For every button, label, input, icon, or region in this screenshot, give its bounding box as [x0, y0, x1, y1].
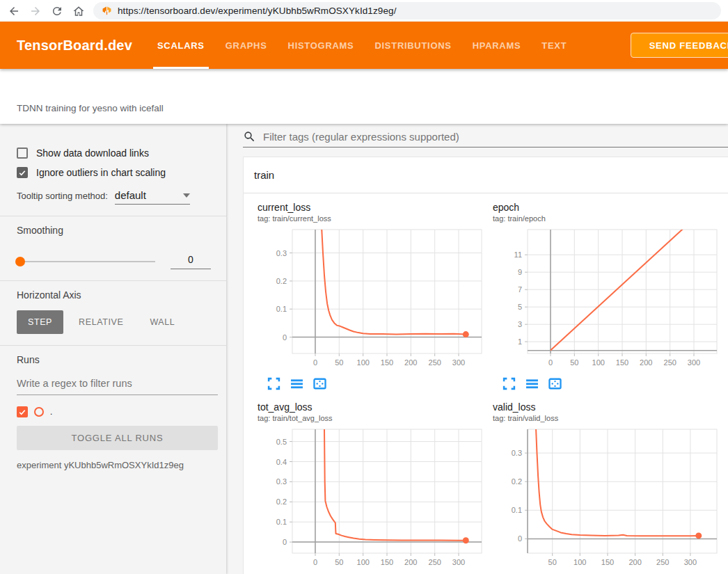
ignore-outliers-checkbox-row[interactable]: Ignore outliers in chart scaling: [17, 167, 218, 178]
tab-histograms[interactable]: HISTOGRAMS: [284, 22, 358, 69]
svg-text:0: 0: [313, 358, 317, 367]
run-checkbox-icon[interactable]: [17, 406, 28, 417]
chart-tag: tag: train/valid_loss: [493, 414, 718, 422]
send-feedback-button[interactable]: SEND FEEDBACK: [631, 33, 728, 58]
show-download-links-checkbox-row[interactable]: Show data download links: [17, 148, 218, 159]
runs-section: Runs . TOGGLE ALL RUNS experiment yKUbhb…: [0, 345, 226, 481]
run-color-swatch-icon: [34, 407, 44, 417]
tag-filter-input[interactable]: [263, 131, 728, 143]
checkbox-label: Ignore outliers in chart scaling: [36, 167, 166, 178]
smoothing-section: Smoothing 0: [0, 216, 226, 280]
svg-text:0.5: 0.5: [276, 438, 287, 446]
svg-text:150: 150: [616, 358, 628, 367]
fullscreen-icon[interactable]: [267, 377, 280, 390]
toggle-all-runs-button[interactable]: TOGGLE ALL RUNS: [17, 426, 218, 450]
svg-text:0.1: 0.1: [512, 506, 522, 514]
svg-text:250: 250: [429, 558, 441, 566]
chart-plot-area[interactable]: 05010015020025030000.10.20.30.40.5: [258, 427, 491, 574]
tab-scalars[interactable]: SCALARS: [153, 22, 209, 69]
chart-title: current_loss: [258, 202, 483, 213]
svg-text:0: 0: [313, 558, 317, 566]
tooltip-sorting-select[interactable]: default: [115, 189, 190, 205]
svg-text:300: 300: [452, 358, 465, 367]
smoothing-slider[interactable]: [17, 261, 155, 262]
general-settings-section: Show data download links Ignore outliers…: [0, 134, 226, 216]
fullscreen-icon[interactable]: [503, 377, 516, 390]
svg-text:300: 300: [452, 558, 465, 566]
chart-actions: [267, 377, 483, 390]
svg-text:0: 0: [518, 534, 522, 543]
svg-text:150: 150: [601, 558, 614, 566]
chart-plot-area[interactable]: 0501001502002503001357911: [493, 228, 727, 375]
tensorboard-favicon-icon: [102, 6, 112, 16]
svg-text:0.2: 0.2: [512, 477, 522, 486]
checkbox-checked-icon[interactable]: [17, 167, 28, 178]
svg-text:50: 50: [335, 358, 343, 367]
run-row[interactable]: .: [17, 406, 218, 417]
section-header-train[interactable]: train: [244, 157, 728, 193]
svg-text:250: 250: [656, 558, 669, 566]
train-section-card: train current_losstag: train/current_los…: [243, 157, 728, 574]
scalars-dashboard: train current_losstag: train/current_los…: [226, 124, 728, 574]
tab-graphs[interactable]: GRAPHS: [221, 22, 271, 69]
fit-domain-icon[interactable]: [313, 377, 326, 390]
axis-options: STEPRELATIVEWALL: [17, 310, 218, 334]
chart-plot-area[interactable]: 5010015020025030000.10.20.3: [493, 427, 727, 574]
pin-runs-icon[interactable]: [525, 377, 539, 390]
svg-text:9: 9: [518, 268, 522, 276]
svg-text:150: 150: [381, 358, 393, 367]
horizontal-axis-section: Horizontal Axis STEPRELATIVEWALL: [0, 280, 226, 345]
axis-option-wall[interactable]: WALL: [139, 310, 186, 334]
svg-text:1: 1: [518, 337, 522, 346]
runs-label: Runs: [17, 354, 218, 365]
svg-text:50: 50: [548, 558, 557, 566]
runs-filter-input[interactable]: [17, 372, 218, 395]
chart-card-valid_loss: valid_losstag: train/valid_loss501001502…: [483, 401, 718, 574]
svg-text:11: 11: [514, 250, 522, 259]
nav-tabs: SCALARSGRAPHSHISTOGRAMSDISTRIBUTIONSHPAR…: [153, 22, 571, 69]
app-header: TensorBoard.dev SCALARSGRAPHSHISTOGRAMSD…: [0, 22, 728, 69]
reload-icon[interactable]: [50, 4, 63, 17]
back-icon[interactable]: [7, 4, 20, 17]
svg-text:200: 200: [404, 558, 417, 566]
search-icon: [243, 130, 256, 143]
pin-runs-icon[interactable]: [290, 377, 303, 390]
home-icon[interactable]: [72, 4, 85, 17]
chart-plot-area[interactable]: 05010015020025030000.10.20.3: [258, 228, 491, 375]
tab-distributions[interactable]: DISTRIBUTIONS: [370, 22, 455, 69]
svg-text:300: 300: [684, 558, 697, 566]
browser-toolbar: https://tensorboard.dev/experiment/yKUbh…: [0, 0, 728, 22]
checkbox-unchecked-icon[interactable]: [17, 148, 28, 159]
tab-text[interactable]: TEXT: [537, 22, 571, 69]
svg-text:100: 100: [357, 358, 370, 367]
svg-text:0.1: 0.1: [276, 518, 287, 526]
brand-title: TensorBoard.dev: [17, 38, 132, 54]
slider-thumb[interactable]: [15, 257, 25, 266]
fit-domain-icon[interactable]: [548, 377, 562, 390]
svg-text:3: 3: [518, 320, 522, 328]
svg-text:200: 200: [404, 358, 417, 367]
runs-list: .: [17, 406, 218, 417]
axis-option-step[interactable]: STEP: [17, 310, 63, 334]
checkbox-label: Show data download links: [36, 148, 149, 159]
smoothing-value[interactable]: 0: [171, 254, 211, 269]
chart-card-epoch: epochtag: train/epoch0501001502002503001…: [483, 202, 718, 397]
tooltip-sorting-value: default: [115, 189, 146, 201]
chart-actions: [503, 377, 718, 390]
tooltip-sorting-label: Tooltip sorting method:: [17, 191, 108, 201]
svg-text:100: 100: [573, 558, 586, 566]
url-bar[interactable]: https://tensorboard.dev/experiment/yKUbh…: [93, 2, 721, 19]
svg-text:0.3: 0.3: [276, 477, 287, 486]
axis-option-relative[interactable]: RELATIVE: [68, 310, 134, 334]
chart-tag: tag: train/epoch: [493, 214, 718, 223]
tab-hparams[interactable]: HPARAMS: [468, 22, 525, 69]
forward-icon[interactable]: [29, 4, 42, 17]
svg-text:0.1: 0.1: [276, 305, 287, 313]
svg-text:50: 50: [335, 558, 343, 566]
tag-filter-row: [243, 127, 728, 148]
chart-title: valid_loss: [493, 401, 718, 413]
svg-text:100: 100: [592, 358, 605, 367]
experiment-id-label: experiment yKUbhb5wRmOSXYkId1z9eg: [17, 460, 218, 470]
run-name: .: [50, 407, 52, 417]
svg-text:0.2: 0.2: [276, 277, 287, 285]
